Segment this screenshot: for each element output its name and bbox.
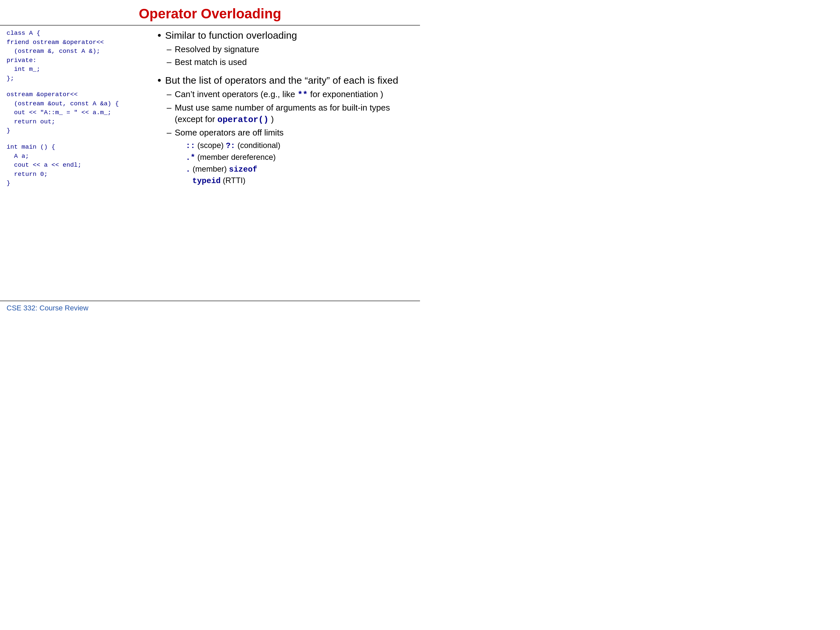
code-class-pre: class A { friend ostream &operator<< (os… — [6, 29, 141, 83]
code-block-operator: ostream &operator<< (ostream &out, const… — [6, 90, 141, 136]
bullet-main-2: • But the list of operators and the “ari… — [158, 74, 410, 87]
dash-2-1: – — [167, 88, 171, 100]
sub-bullet-2-2: – Must use same number of arguments as f… — [167, 102, 410, 126]
code-column: class A { friend ostream &operator<< (os… — [6, 29, 148, 295]
sub-sub-dash-1 — [176, 140, 182, 151]
sub-sub-bullets-2-3: :: (scope) ?: (conditional) .* (member d… — [176, 140, 410, 187]
content-area: class A { friend ostream &operator<< (os… — [0, 25, 420, 298]
sub-bullets-1: – Resolved by signature – Best match is … — [167, 44, 410, 68]
sub-bullet-1-1: – Resolved by signature — [167, 44, 410, 55]
sub-sub-dash-3 — [176, 164, 182, 174]
sub-bullet-1-2: – Best match is used — [167, 57, 410, 68]
sub-sub-bullet-2-3-3: . (member) sizeof typeid (RTTI) — [176, 164, 410, 186]
sub-bullet-2-1: – Can’t invent operators (e.g., like ** … — [167, 88, 410, 101]
sub-bullet-text-2-1: Can’t invent operators (e.g., like ** fo… — [175, 88, 383, 101]
code-block-class: class A { friend ostream &operator<< (os… — [6, 29, 141, 83]
code-block-main: int main () { A a; cout << a << endl; re… — [6, 143, 141, 188]
bullet-section-2: • But the list of operators and the “ari… — [158, 74, 410, 186]
dash-2-2: – — [167, 102, 171, 114]
sub-bullet-text-2-3: Some operators are off limits — [175, 127, 284, 139]
code-operator-pre: ostream &operator<< (ostream &out, const… — [6, 90, 141, 136]
sub-bullet-text-1-1: Resolved by signature — [175, 44, 259, 55]
dash-2-3: – — [167, 127, 171, 139]
bullet-dot-1: • — [158, 29, 161, 41]
sub-bullets-2: – Can’t invent operators (e.g., like ** … — [167, 88, 410, 186]
sub-sub-text-1: :: (scope) ?: (conditional) — [186, 140, 280, 151]
sub-sub-text-2: .* (member dereference) — [186, 152, 276, 163]
bullet-text-2: But the list of operators and the “arity… — [165, 74, 398, 87]
sub-sub-text-3: . (member) sizeof typeid (RTTI) — [186, 164, 257, 186]
sub-sub-bullet-2-3-1: :: (scope) ?: (conditional) — [176, 140, 410, 151]
code-main-pre: int main () { A a; cout << a << endl; re… — [6, 143, 141, 188]
dash-1-1: – — [167, 44, 171, 55]
bullet-section-1: • Similar to function overloading – Reso… — [158, 29, 410, 68]
sub-bullet-2-3: – Some operators are off limits — [167, 127, 410, 139]
bullets-column: • Similar to function overloading – Reso… — [148, 29, 410, 295]
sub-sub-bullet-2-3-2: .* (member dereference) — [176, 152, 410, 163]
title-area: Operator Overloading — [0, 0, 420, 25]
footer: CSE 332: Course Review — [0, 300, 420, 315]
bullet-main-1: • Similar to function overloading — [158, 29, 410, 42]
slide: Operator Overloading class A { friend os… — [0, 0, 420, 315]
slide-title: Operator Overloading — [139, 6, 281, 21]
footer-text: CSE 332: Course Review — [6, 304, 88, 312]
sub-bullet-text-2-2: Must use same number of arguments as for… — [175, 102, 410, 126]
sub-bullet-text-1-2: Best match is used — [175, 57, 247, 68]
bullet-dot-2: • — [158, 74, 161, 86]
sub-sub-dash-2 — [176, 152, 182, 163]
bullet-text-1: Similar to function overloading — [165, 29, 297, 42]
dash-1-2: – — [167, 57, 171, 68]
